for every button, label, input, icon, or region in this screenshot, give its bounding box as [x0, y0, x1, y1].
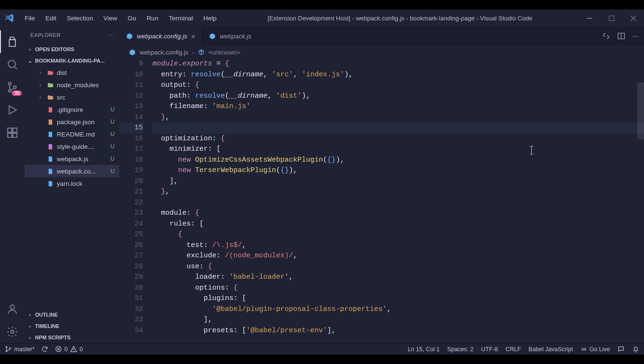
code-line: rules: [ — [152, 219, 644, 230]
svg-rect-9 — [13, 128, 17, 132]
file-name: style-guide.... — [57, 143, 95, 150]
timeline-section[interactable]: › TIMELINE — [25, 320, 119, 332]
window-title: [Extension Development Host] - webpack.c… — [221, 15, 579, 22]
branch-name: master* — [14, 346, 35, 353]
svg-point-10 — [10, 305, 15, 309]
close-icon[interactable]: × — [191, 32, 196, 40]
svg-point-15 — [6, 351, 8, 352]
menu-help[interactable]: Help — [198, 13, 221, 24]
tab-webpack-config-js[interactable]: webpack.config.js× — [119, 27, 202, 46]
file-name: src — [57, 94, 65, 101]
svg-rect-0 — [587, 18, 592, 18]
source-control-icon[interactable]: 38 — [0, 76, 25, 99]
settings-gear-icon[interactable] — [0, 320, 25, 343]
menu-view[interactable]: View — [99, 13, 122, 24]
file-icon — [46, 167, 54, 175]
language-mode[interactable]: Babel JavaScript — [528, 346, 573, 353]
code-line: minimizer: [ — [152, 144, 644, 155]
code-line — [152, 123, 644, 134]
go-live-label: Go Live — [590, 346, 610, 353]
chevron-right-icon: › — [27, 335, 33, 340]
bell-icon[interactable] — [632, 346, 639, 353]
file-name: node_modules — [57, 82, 99, 89]
indentation[interactable]: Spaces: 2 — [447, 346, 474, 353]
code-editor[interactable]: 9101112131415161718192021222324252627282… — [119, 59, 644, 343]
file-webpack-co-[interactable]: webpack.co...U — [25, 165, 119, 177]
file-icon — [46, 143, 54, 150]
file-README-md[interactable]: README.mdU — [25, 128, 119, 140]
folder-src[interactable]: ›src — [25, 91, 119, 103]
symbol-cube-icon — [198, 49, 205, 55]
code-line: optimization: { — [152, 134, 644, 145]
code-line: module: { — [152, 208, 644, 219]
explorer-icon[interactable] — [0, 30, 25, 53]
code-line: }, — [152, 112, 644, 123]
compare-changes-icon[interactable] — [602, 32, 610, 40]
explorer-sidebar: EXPLORER ⋯ › OPEN EDITORS ⌄ BOOKMARK-LAN… — [25, 27, 119, 343]
file-icon — [46, 118, 54, 126]
svg-point-3 — [9, 82, 11, 85]
git-status-badge: U — [110, 106, 115, 113]
search-icon[interactable] — [0, 53, 25, 76]
sidebar-more-icon[interactable]: ⋯ — [108, 32, 114, 38]
file-icon — [46, 155, 54, 163]
menu-go[interactable]: Go — [123, 13, 141, 24]
encoding[interactable]: UTF-8 — [481, 346, 498, 353]
code-line: presets: ['@babel/preset-env'], — [152, 326, 644, 337]
vscode-logo-icon — [5, 13, 14, 23]
menu-terminal[interactable]: Terminal — [164, 13, 197, 24]
chevron-right-icon: › — [37, 82, 44, 88]
section-label: BOOKMARK-LANDING-PA... — [35, 58, 105, 64]
account-icon[interactable] — [0, 298, 25, 320]
cursor-position[interactable]: Ln 15, Col 1 — [408, 346, 439, 353]
file-yarn-lock[interactable]: yarn.lock — [25, 177, 119, 190]
open-editors-section[interactable]: › OPEN EDITORS — [25, 44, 119, 55]
tab-webpack-js[interactable]: webpack.js — [202, 27, 259, 46]
file-package-json[interactable]: package.jsonU — [25, 116, 119, 128]
file-tree: ›dist›node_modules›src.gitignoreUpackage… — [25, 66, 119, 309]
feedback-icon[interactable] — [617, 346, 625, 353]
file-style-guide-[interactable]: style-guide....U — [25, 140, 119, 153]
folder-icon — [46, 69, 54, 76]
split-editor-icon[interactable] — [617, 32, 626, 40]
menu-selection[interactable]: Selection — [62, 13, 98, 24]
git-branch[interactable]: master* — [5, 346, 35, 353]
more-actions-icon[interactable]: ⋯ — [632, 33, 638, 40]
sync-icon[interactable] — [41, 346, 48, 353]
scrollbar-thumb[interactable] — [637, 82, 644, 139]
svg-rect-1 — [609, 16, 614, 21]
minimize-button[interactable] — [579, 9, 600, 27]
project-section[interactable]: ⌄ BOOKMARK-LANDING-PA... — [25, 55, 119, 66]
code-line: entry: resolve(__dirname, 'src', 'index.… — [152, 70, 644, 81]
maximize-button[interactable] — [600, 9, 622, 27]
chevron-right-icon: › — [27, 312, 33, 318]
file--gitignore[interactable]: .gitignoreU — [25, 103, 119, 116]
code-line: path: resolve(__dirname, 'dist'), — [152, 91, 644, 102]
go-live[interactable]: Go Live — [581, 346, 610, 353]
breadcrumb[interactable]: webpack.config.js › <unknown> — [119, 46, 644, 59]
menu-run[interactable]: Run — [142, 13, 163, 24]
code-line: }, — [152, 187, 644, 198]
menu-file[interactable]: File — [20, 13, 40, 24]
chevron-right-icon: › — [27, 323, 33, 329]
problems[interactable]: 0 0 — [55, 346, 83, 353]
npm-scripts-section[interactable]: › NPM SCRIPTS — [25, 332, 119, 343]
run-debug-icon[interactable] — [0, 99, 25, 121]
outline-section[interactable]: › OUTLINE — [25, 309, 119, 320]
breadcrumb-file: webpack.config.js — [140, 49, 188, 56]
menu-edit[interactable]: Edit — [41, 13, 61, 24]
file-name: webpack.js — [57, 155, 89, 163]
git-status-badge: U — [110, 168, 115, 174]
chevron-down-icon: ⌄ — [27, 58, 33, 64]
extensions-icon[interactable] — [0, 121, 25, 144]
section-label: TIMELINE — [35, 323, 59, 329]
activity-bar: 38 — [0, 27, 25, 343]
file-name: .gitignore — [57, 106, 83, 113]
file-name: dist — [57, 69, 67, 76]
folder-dist[interactable]: ›dist — [25, 66, 119, 79]
close-button[interactable] — [622, 9, 644, 27]
file-webpack-js[interactable]: webpack.jsU — [25, 153, 119, 165]
folder-node_modules[interactable]: ›node_modules — [25, 79, 119, 91]
eol[interactable]: CRLF — [505, 346, 521, 353]
svg-point-5 — [14, 86, 16, 88]
